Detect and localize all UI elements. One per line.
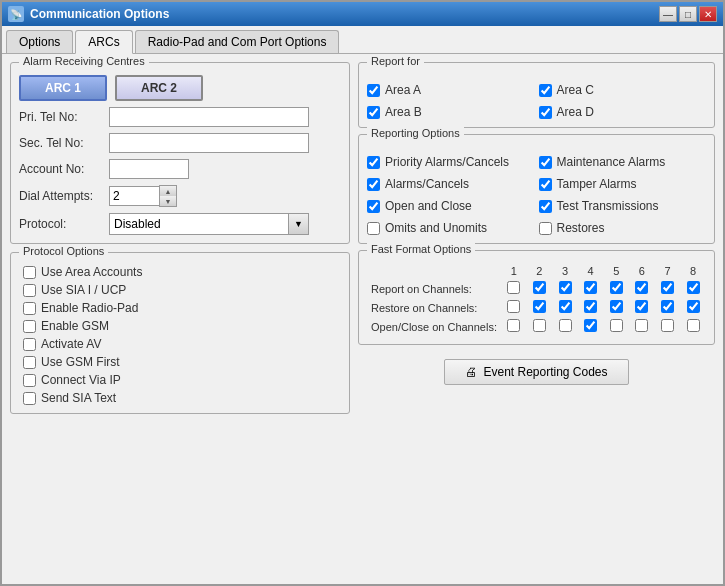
area-d-checkbox[interactable]	[539, 106, 552, 119]
reporting-options-group: Reporting Options Priority Alarms/Cancel…	[358, 134, 715, 244]
maximize-button[interactable]: □	[679, 6, 697, 22]
protocol-row: Protocol: Disabled Contact ID SIA Fast F…	[19, 213, 341, 235]
area-d-label: Area D	[557, 105, 594, 119]
send-sia-text-row: Send SIA Text	[23, 391, 337, 405]
restore-ch6[interactable]	[635, 300, 648, 313]
report-ch1[interactable]	[507, 281, 520, 294]
restore-ch4[interactable]	[584, 300, 597, 313]
omits-unomits-checkbox[interactable]	[367, 222, 380, 235]
sec-tel-input[interactable]	[109, 133, 309, 153]
dial-attempts-input[interactable]	[109, 186, 159, 206]
area-b-checkbox[interactable]	[367, 106, 380, 119]
restore-ch7[interactable]	[661, 300, 674, 313]
fast-format-group: Fast Format Options 1 2 3 4 5 6 7 8	[358, 250, 715, 345]
spin-down-button[interactable]: ▼	[160, 196, 176, 206]
tab-radio-pad[interactable]: Radio-Pad and Com Port Options	[135, 30, 340, 53]
pri-tel-input[interactable]	[109, 107, 309, 127]
openclose-ch4[interactable]	[584, 319, 597, 332]
dial-attempts-spinner: ▲ ▼	[109, 185, 177, 207]
report-ch3[interactable]	[559, 281, 572, 294]
maintenance-alarms-checkbox[interactable]	[539, 156, 552, 169]
restore-ch5[interactable]	[610, 300, 623, 313]
test-transmissions-checkbox[interactable]	[539, 200, 552, 213]
event-reporting-section: 🖨 Event Reporting Codes	[358, 359, 715, 385]
reporting-options-grid: Priority Alarms/Cancels Maintenance Alar…	[367, 151, 706, 235]
open-close-row: Open and Close	[367, 199, 535, 213]
use-sia-ucp-checkbox[interactable]	[23, 284, 36, 297]
report-ch4[interactable]	[584, 281, 597, 294]
protocol-dropdown-wrapper: Disabled Contact ID SIA Fast Format ▼	[109, 213, 309, 235]
spin-up-button[interactable]: ▲	[160, 186, 176, 196]
account-label: Account No:	[19, 162, 109, 176]
open-close-checkbox[interactable]	[367, 200, 380, 213]
openclose-ch5[interactable]	[610, 319, 623, 332]
openclose-ch1[interactable]	[507, 319, 520, 332]
use-gsm-first-label: Use GSM First	[41, 355, 120, 369]
report-ch2[interactable]	[533, 281, 546, 294]
tab-arcs[interactable]: ARCs	[75, 30, 132, 54]
openclose-ch8[interactable]	[687, 319, 700, 332]
protocol-options-group: Protocol Options Use Area Accounts Use S…	[10, 252, 350, 414]
priority-alarms-checkbox[interactable]	[367, 156, 380, 169]
restore-ch1[interactable]	[507, 300, 520, 313]
openclose-ch7[interactable]	[661, 319, 674, 332]
use-area-accounts-row: Use Area Accounts	[23, 265, 337, 279]
use-area-accounts-checkbox[interactable]	[23, 266, 36, 279]
protocol-options-title: Protocol Options	[19, 245, 108, 257]
ff-col-4: 4	[578, 263, 604, 279]
report-ch5[interactable]	[610, 281, 623, 294]
tab-options[interactable]: Options	[6, 30, 73, 53]
maintenance-alarms-row: Maintenance Alarms	[539, 155, 707, 169]
reporting-options-title: Reporting Options	[367, 127, 464, 139]
open-close-channels-row: Open/Close on Channels:	[367, 317, 706, 336]
restore-ch2[interactable]	[533, 300, 546, 313]
main-content: Alarm Receiving Centres ARC 1 ARC 2 Pri.…	[2, 54, 723, 584]
tab-bar: Options ARCs Radio-Pad and Com Port Opti…	[2, 26, 723, 54]
enable-radio-pad-row: Enable Radio-Pad	[23, 301, 337, 315]
area-b-row: Area B	[367, 105, 535, 119]
restore-ch3[interactable]	[559, 300, 572, 313]
area-a-checkbox[interactable]	[367, 84, 380, 97]
tamper-alarms-checkbox[interactable]	[539, 178, 552, 191]
tamper-alarms-label: Tamper Alarms	[557, 177, 637, 191]
restores-checkbox[interactable]	[539, 222, 552, 235]
report-ch7[interactable]	[661, 281, 674, 294]
event-reporting-button[interactable]: 🖨 Event Reporting Codes	[444, 359, 628, 385]
minimize-button[interactable]: —	[659, 6, 677, 22]
arc2-button[interactable]: ARC 2	[115, 75, 203, 101]
close-button[interactable]: ✕	[699, 6, 717, 22]
send-sia-text-checkbox[interactable]	[23, 392, 36, 405]
activate-av-checkbox[interactable]	[23, 338, 36, 351]
ff-col-6: 6	[629, 263, 655, 279]
dial-attempts-row: Dial Attempts: ▲ ▼	[19, 185, 341, 207]
restore-on-channels-row: Restore on Channels:	[367, 298, 706, 317]
area-c-label: Area C	[557, 83, 594, 97]
enable-gsm-checkbox[interactable]	[23, 320, 36, 333]
protocol-select[interactable]: Disabled Contact ID SIA Fast Format	[109, 213, 289, 235]
dropdown-arrow-icon[interactable]: ▼	[289, 213, 309, 235]
openclose-ch2[interactable]	[533, 319, 546, 332]
use-gsm-first-row: Use GSM First	[23, 355, 337, 369]
connect-via-ip-checkbox[interactable]	[23, 374, 36, 387]
use-gsm-first-checkbox[interactable]	[23, 356, 36, 369]
restores-label: Restores	[557, 221, 605, 235]
activate-av-label: Activate AV	[41, 337, 101, 351]
event-reporting-icon: 🖨	[465, 365, 477, 379]
title-bar: 📡 Communication Options — □ ✕	[2, 2, 723, 26]
priority-alarms-row: Priority Alarms/Cancels	[367, 155, 535, 169]
spin-controls: ▲ ▼	[159, 185, 177, 207]
enable-radio-pad-checkbox[interactable]	[23, 302, 36, 315]
arc1-button[interactable]: ARC 1	[19, 75, 107, 101]
area-c-row: Area C	[539, 83, 707, 97]
report-ch6[interactable]	[635, 281, 648, 294]
openclose-ch6[interactable]	[635, 319, 648, 332]
ff-col-2: 2	[527, 263, 553, 279]
account-input[interactable]	[109, 159, 189, 179]
openclose-ch3[interactable]	[559, 319, 572, 332]
ff-col-1: 1	[501, 263, 527, 279]
alarms-cancels-checkbox[interactable]	[367, 178, 380, 191]
restore-ch8[interactable]	[687, 300, 700, 313]
area-c-checkbox[interactable]	[539, 84, 552, 97]
window-title: Communication Options	[30, 7, 659, 21]
report-ch8[interactable]	[687, 281, 700, 294]
